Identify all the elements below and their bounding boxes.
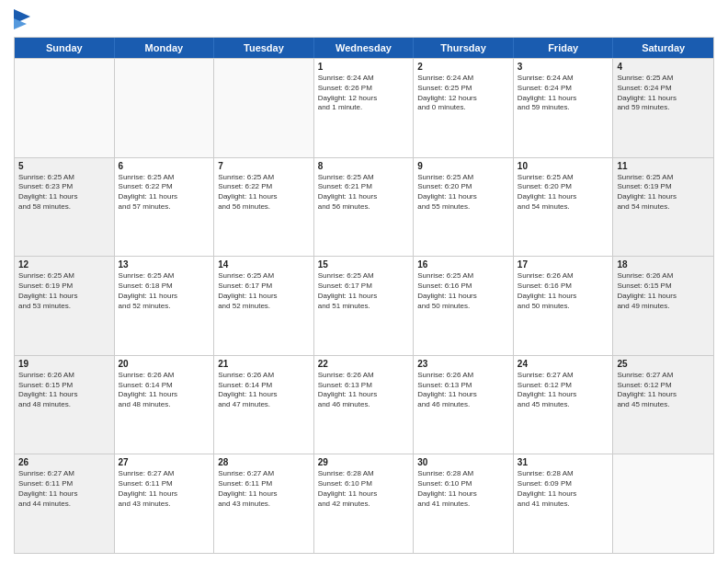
- day-number: 31: [518, 457, 609, 467]
- day-number: 16: [417, 259, 509, 270]
- cell-info: Sunrise: 6:24 AM Sunset: 6:25 PM Dayligh…: [417, 74, 509, 113]
- cell-info: Sunrise: 6:27 AM Sunset: 6:12 PM Dayligh…: [518, 371, 609, 410]
- day-number: 4: [617, 62, 710, 72]
- logo: [14, 9, 32, 31]
- cell-info: Sunrise: 6:27 AM Sunset: 6:12 PM Dayligh…: [617, 371, 710, 410]
- calendar-row: 12Sunrise: 6:25 AM Sunset: 6:19 PM Dayli…: [15, 256, 713, 355]
- calendar-cell: 27Sunrise: 6:27 AM Sunset: 6:11 PM Dayli…: [115, 454, 215, 553]
- calendar-cell: 4Sunrise: 6:25 AM Sunset: 6:24 PM Daylig…: [613, 59, 713, 157]
- calendar-cell: 7Sunrise: 6:25 AM Sunset: 6:22 PM Daylig…: [214, 158, 314, 257]
- day-number: 30: [417, 457, 509, 467]
- weekday-header: Thursday: [414, 38, 514, 58]
- day-number: 22: [318, 359, 410, 369]
- cell-info: Sunrise: 6:27 AM Sunset: 6:11 PM Dayligh…: [119, 469, 210, 509]
- cell-info: Sunrise: 6:27 AM Sunset: 6:11 PM Dayligh…: [218, 469, 310, 509]
- cell-info: Sunrise: 6:28 AM Sunset: 6:09 PM Dayligh…: [518, 469, 609, 509]
- calendar-cell: 9Sunrise: 6:25 AM Sunset: 6:20 PM Daylig…: [414, 158, 514, 257]
- weekday-header: Tuesday: [214, 38, 314, 58]
- cell-info: Sunrise: 6:25 AM Sunset: 6:17 PM Dayligh…: [218, 271, 310, 311]
- calendar-cell: 5Sunrise: 6:25 AM Sunset: 6:23 PM Daylig…: [15, 158, 115, 257]
- calendar-cell: [214, 59, 314, 157]
- calendar-row: 5Sunrise: 6:25 AM Sunset: 6:23 PM Daylig…: [15, 157, 713, 257]
- cell-info: Sunrise: 6:26 AM Sunset: 6:15 PM Dayligh…: [18, 371, 110, 410]
- calendar-cell: 6Sunrise: 6:25 AM Sunset: 6:22 PM Daylig…: [115, 158, 215, 257]
- calendar-cell: 25Sunrise: 6:27 AM Sunset: 6:12 PM Dayli…: [613, 356, 713, 454]
- calendar-cell: 23Sunrise: 6:26 AM Sunset: 6:13 PM Dayli…: [414, 356, 514, 454]
- day-number: 15: [318, 259, 410, 270]
- cell-info: Sunrise: 6:25 AM Sunset: 6:18 PM Dayligh…: [119, 271, 210, 311]
- day-number: 13: [119, 259, 210, 270]
- day-number: 11: [617, 161, 710, 171]
- calendar-cell: 26Sunrise: 6:27 AM Sunset: 6:11 PM Dayli…: [15, 454, 115, 553]
- day-number: 29: [318, 457, 410, 467]
- cell-info: Sunrise: 6:24 AM Sunset: 6:26 PM Dayligh…: [318, 74, 410, 113]
- weekday-header: Sunday: [15, 38, 115, 58]
- calendar-cell: 1Sunrise: 6:24 AM Sunset: 6:26 PM Daylig…: [314, 59, 415, 157]
- day-number: 8: [318, 161, 410, 171]
- cell-info: Sunrise: 6:25 AM Sunset: 6:17 PM Dayligh…: [318, 271, 410, 311]
- day-number: 20: [119, 359, 210, 369]
- calendar-cell: 17Sunrise: 6:26 AM Sunset: 6:16 PM Dayli…: [514, 257, 614, 355]
- calendar-cell: 2Sunrise: 6:24 AM Sunset: 6:25 PM Daylig…: [414, 59, 514, 157]
- calendar-row: 26Sunrise: 6:27 AM Sunset: 6:11 PM Dayli…: [15, 454, 713, 553]
- cell-info: Sunrise: 6:26 AM Sunset: 6:13 PM Dayligh…: [318, 371, 410, 410]
- calendar-cell: 18Sunrise: 6:26 AM Sunset: 6:15 PM Dayli…: [613, 257, 713, 355]
- day-number: 24: [518, 359, 609, 369]
- cell-info: Sunrise: 6:25 AM Sunset: 6:22 PM Dayligh…: [119, 173, 210, 213]
- weekday-header: Saturday: [613, 38, 713, 58]
- calendar-body: 1Sunrise: 6:24 AM Sunset: 6:26 PM Daylig…: [15, 58, 713, 553]
- logo-icon: [14, 9, 30, 31]
- calendar-cell: 29Sunrise: 6:28 AM Sunset: 6:10 PM Dayli…: [314, 454, 415, 553]
- calendar-row: 19Sunrise: 6:26 AM Sunset: 6:15 PM Dayli…: [15, 355, 713, 454]
- cell-info: Sunrise: 6:25 AM Sunset: 6:23 PM Dayligh…: [18, 173, 110, 213]
- weekday-header: Monday: [115, 38, 215, 58]
- calendar-cell: 11Sunrise: 6:25 AM Sunset: 6:19 PM Dayli…: [613, 158, 713, 257]
- day-number: 18: [617, 259, 710, 270]
- day-number: 1: [318, 62, 410, 72]
- calendar-cell: 31Sunrise: 6:28 AM Sunset: 6:09 PM Dayli…: [514, 454, 614, 553]
- calendar-cell: 8Sunrise: 6:25 AM Sunset: 6:21 PM Daylig…: [314, 158, 415, 257]
- cell-info: Sunrise: 6:28 AM Sunset: 6:10 PM Dayligh…: [417, 469, 509, 509]
- day-number: 28: [218, 457, 310, 467]
- day-number: 25: [617, 359, 710, 369]
- day-number: 2: [417, 62, 509, 72]
- day-number: 3: [518, 62, 609, 72]
- calendar-cell: [115, 59, 215, 157]
- cell-info: Sunrise: 6:25 AM Sunset: 6:16 PM Dayligh…: [417, 271, 509, 311]
- day-number: 23: [417, 359, 509, 369]
- day-number: 17: [518, 259, 609, 270]
- cell-info: Sunrise: 6:26 AM Sunset: 6:14 PM Dayligh…: [218, 371, 310, 410]
- cell-info: Sunrise: 6:28 AM Sunset: 6:10 PM Dayligh…: [318, 469, 410, 509]
- calendar: SundayMondayTuesdayWednesdayThursdayFrid…: [14, 37, 714, 554]
- day-number: 19: [18, 359, 110, 369]
- calendar-cell: [15, 59, 115, 157]
- calendar-cell: 12Sunrise: 6:25 AM Sunset: 6:19 PM Dayli…: [15, 257, 115, 355]
- weekday-header: Friday: [514, 38, 614, 58]
- calendar-cell: 30Sunrise: 6:28 AM Sunset: 6:10 PM Dayli…: [414, 454, 514, 553]
- day-number: 27: [119, 457, 210, 467]
- cell-info: Sunrise: 6:27 AM Sunset: 6:11 PM Dayligh…: [18, 469, 110, 509]
- weekday-header: Wednesday: [314, 38, 415, 58]
- cell-info: Sunrise: 6:25 AM Sunset: 6:20 PM Dayligh…: [518, 173, 609, 213]
- cell-info: Sunrise: 6:26 AM Sunset: 6:14 PM Dayligh…: [119, 371, 210, 410]
- calendar-cell: 21Sunrise: 6:26 AM Sunset: 6:14 PM Dayli…: [214, 356, 314, 454]
- cell-info: Sunrise: 6:25 AM Sunset: 6:22 PM Dayligh…: [218, 173, 310, 213]
- calendar-cell: 24Sunrise: 6:27 AM Sunset: 6:12 PM Dayli…: [514, 356, 614, 454]
- page: SundayMondayTuesdayWednesdayThursdayFrid…: [0, 0, 728, 563]
- calendar-cell: 20Sunrise: 6:26 AM Sunset: 6:14 PM Dayli…: [115, 356, 215, 454]
- day-number: 5: [18, 161, 110, 171]
- calendar-cell: 13Sunrise: 6:25 AM Sunset: 6:18 PM Dayli…: [115, 257, 215, 355]
- cell-info: Sunrise: 6:26 AM Sunset: 6:16 PM Dayligh…: [518, 271, 609, 311]
- day-number: 10: [518, 161, 609, 171]
- cell-info: Sunrise: 6:26 AM Sunset: 6:15 PM Dayligh…: [617, 271, 710, 311]
- calendar-cell: [613, 454, 713, 553]
- day-number: 14: [218, 259, 310, 270]
- cell-info: Sunrise: 6:26 AM Sunset: 6:13 PM Dayligh…: [417, 371, 509, 410]
- cell-info: Sunrise: 6:25 AM Sunset: 6:24 PM Dayligh…: [617, 74, 710, 113]
- cell-info: Sunrise: 6:25 AM Sunset: 6:19 PM Dayligh…: [617, 173, 710, 213]
- calendar-header: SundayMondayTuesdayWednesdayThursdayFrid…: [15, 38, 713, 58]
- day-number: 7: [218, 161, 310, 171]
- calendar-cell: 19Sunrise: 6:26 AM Sunset: 6:15 PM Dayli…: [15, 356, 115, 454]
- header: [14, 9, 714, 31]
- calendar-cell: 28Sunrise: 6:27 AM Sunset: 6:11 PM Dayli…: [214, 454, 314, 553]
